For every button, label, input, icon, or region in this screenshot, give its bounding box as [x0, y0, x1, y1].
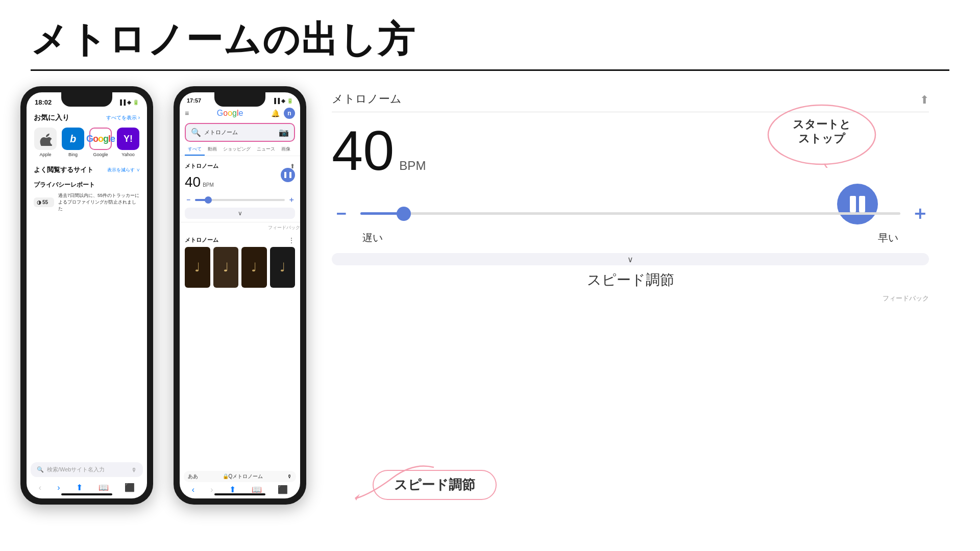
phone1-status-icons: ▐▐ ◈ 🔋: [118, 99, 139, 105]
bpm-slider-row: － ＋: [185, 195, 295, 205]
phone1-search-bar[interactable]: 🔍 検索/Webサイト名入力 🎙: [31, 462, 143, 477]
speed-adjust-bubble-label: スピード調節: [394, 477, 475, 492]
widget-header: メトロノーム ⬆: [185, 162, 295, 170]
feedback-text: フィードバック: [180, 224, 300, 231]
big-bpm-number: 40: [332, 122, 394, 179]
phone2-notch: [214, 92, 265, 107]
share-icon[interactable]: ⬆: [920, 93, 929, 107]
big-bpm-display: 40 BPM: [332, 122, 426, 179]
ime-toggle[interactable]: ああ: [188, 473, 198, 480]
slow-label: 遅い: [362, 231, 383, 245]
pause-button[interactable]: [837, 184, 878, 224]
search-placeholder: 検索/Webサイト名入力: [47, 466, 105, 473]
fav-label-google: Google: [93, 152, 108, 157]
share-btn[interactable]: ⬆: [76, 483, 83, 492]
google-search-bar[interactable]: 🔍 メトロノーム 📷: [185, 123, 295, 142]
expand-btn[interactable]: ∨: [185, 208, 295, 219]
google-header-icons: 🔔 n: [271, 108, 295, 119]
camera-icon[interactable]: 📷: [279, 128, 289, 137]
big-bpm-unit: BPM: [399, 159, 426, 173]
frequent-sites-header: よく閲覧するサイト 表示を減らす ∨: [34, 165, 140, 174]
bpm-unit: BPM: [203, 182, 214, 188]
bpm-plus-btn[interactable]: ＋: [288, 195, 295, 205]
phone2-status-icons: ▐▐ ◈ 🔋: [273, 98, 293, 104]
mic-icon: 🎙: [131, 467, 137, 473]
expand-section[interactable]: ∨: [332, 253, 929, 265]
fav-item-yahoo[interactable]: Y! Yahoo: [116, 128, 140, 157]
phone1-notch: [61, 92, 112, 107]
right-panel: メトロノーム ⬆ 40 BPM － ＋: [322, 86, 960, 551]
speed-plus-btn[interactable]: ＋: [911, 201, 929, 226]
tabs-btn[interactable]: ⬛: [278, 485, 288, 494]
phones-area: 18:02 ▐▐ ◈ 🔋 お気に入り すべてを表示 ›: [20, 86, 306, 551]
menu-icon[interactable]: ≡: [185, 109, 189, 117]
mic-icon[interactable]: 🎙: [287, 474, 292, 479]
user-avatar[interactable]: n: [284, 108, 295, 119]
phone2: 17:57 ▐▐ ◈ 🔋 ≡ Google 🔔 n: [174, 86, 306, 505]
google-icon: Google: [89, 128, 112, 150]
google-logo: Google: [217, 109, 243, 118]
speed-labels: 遅い 早い: [332, 231, 929, 245]
privacy-title: プライバシーレポート: [34, 181, 140, 189]
forward-btn[interactable]: ›: [57, 483, 60, 492]
more-options-icon[interactable]: ⋮: [288, 237, 295, 244]
bpm-minus-btn[interactable]: －: [185, 195, 192, 205]
metronome-image-4[interactable]: ♩: [270, 247, 296, 288]
fav-item-apple[interactable]: Apple: [34, 128, 57, 157]
speed-slider-track[interactable]: [360, 212, 900, 215]
search-results-section: メトロノーム ⋮ ♩ ♩ ♩ ♩: [180, 233, 300, 291]
bpm-display: 40 BPM: [185, 174, 214, 190]
back-btn[interactable]: ‹: [192, 485, 194, 494]
reduce-link[interactable]: 表示を減らす ∨: [107, 167, 140, 173]
forward-btn[interactable]: ›: [210, 485, 213, 494]
speed-minus-btn[interactable]: －: [332, 201, 350, 226]
content-area: 18:02 ▐▐ ◈ 🔋 お気に入り すべてを表示 ›: [0, 86, 980, 551]
bookmarks-btn[interactable]: 📖: [99, 483, 109, 492]
panel-feedback: フィードバック: [332, 294, 929, 303]
tab-shopping[interactable]: ショッピング: [220, 144, 254, 156]
show-all-link[interactable]: すべてを表示 ›: [106, 114, 140, 121]
frequent-sites-title: よく閲覧するサイト: [34, 165, 93, 174]
back-btn[interactable]: ‹: [39, 483, 41, 492]
search-icon: 🔍: [37, 466, 44, 473]
favorites-header: お気に入り すべてを表示 ›: [34, 113, 140, 122]
speed-adjust-bubble: スピード調節: [373, 470, 497, 500]
privacy-report: プライバシーレポート ◑ 55 過去7日間以内に、55件のトラッカーによるプロフ…: [34, 181, 140, 216]
privacy-text: 過去7日間以内に、55件のトラッカーによるプロファイリングが防止されました: [58, 192, 140, 212]
phone1-home-indicator: [61, 493, 112, 495]
phone1-content: お気に入り すべてを表示 › Apple: [27, 109, 147, 220]
widget-title: メトロノーム: [185, 162, 218, 170]
bpm-slider-track[interactable]: [195, 199, 285, 201]
phone1: 18:02 ▐▐ ◈ 🔋 お気に入り すべてを表示 ›: [20, 86, 153, 505]
phone1-time: 18:02: [35, 98, 52, 106]
yahoo-icon: Y!: [117, 128, 139, 150]
speed-arrow-bubble: [352, 457, 444, 508]
metronome-image-2[interactable]: ♩: [213, 247, 239, 288]
tab-video[interactable]: 動画: [205, 144, 220, 156]
apple-icon: [34, 128, 57, 150]
phone1-screen: 18:02 ▐▐ ◈ 🔋 お気に入り すべてを表示 ›: [27, 92, 147, 498]
tab-all[interactable]: すべて: [185, 144, 205, 156]
results-header: メトロノーム ⋮: [185, 236, 295, 244]
fav-item-bing[interactable]: b Bing: [61, 128, 85, 157]
tabs-btn[interactable]: ⬛: [125, 483, 135, 492]
metronome-images: ♩ ♩ ♩ ♩: [185, 247, 295, 288]
play-pause-btn[interactable]: [281, 168, 295, 182]
page-title: メトロノームの出し方: [0, 0, 980, 69]
pause-bar-left: [850, 196, 856, 212]
pause-icon: [850, 196, 865, 212]
notification-icon[interactable]: 🔔: [271, 109, 280, 117]
favorites-grid: Apple b Bing Google: [34, 128, 140, 157]
expand-icon: ∨: [627, 255, 633, 264]
privacy-item: ◑ 55 過去7日間以内に、55件のトラッカーによるプロファイリングが防止されま…: [34, 192, 140, 212]
metronome-image-3[interactable]: ♩: [241, 247, 267, 288]
search-icon: 🔍: [191, 128, 201, 137]
tab-images[interactable]: 画像: [278, 144, 293, 156]
fav-label-apple: Apple: [39, 152, 51, 157]
metronome-image-1[interactable]: ♩: [185, 247, 210, 288]
tab-news[interactable]: ニュース: [254, 144, 278, 156]
privacy-count: 55: [42, 199, 48, 205]
fav-item-google[interactable]: Google Google: [89, 128, 112, 157]
speed-adjust-label: スピード調節: [587, 272, 674, 288]
privacy-badge: ◑ 55: [34, 197, 54, 207]
